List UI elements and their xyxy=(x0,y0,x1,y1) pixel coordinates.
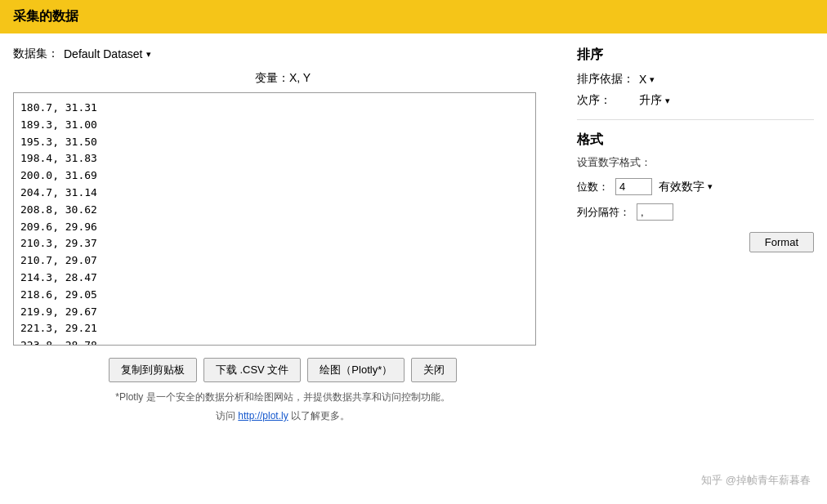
order-select[interactable]: 升序 ▾ xyxy=(639,93,670,108)
order-label: 次序： xyxy=(577,93,634,108)
download-csv-button[interactable]: 下载 .CSV 文件 xyxy=(203,358,302,382)
sort-by-select[interactable]: X ▾ xyxy=(639,73,655,86)
format-button[interactable]: Format xyxy=(749,232,814,252)
data-textarea[interactable] xyxy=(13,92,536,346)
plot-plotly-button[interactable]: 绘图（Plotly*） xyxy=(307,358,405,382)
link-row: 访问 http://plot.ly 以了解更多。 xyxy=(13,409,552,423)
right-panel: 排序 排序依据： X ▾ 次序： 升序 ▾ 格式 设置数字格式： 位数： 有效数… xyxy=(569,47,814,423)
link-suffix: 以了解更多。 xyxy=(291,410,350,421)
separator-input[interactable] xyxy=(637,203,673,221)
dataset-select[interactable]: Default Dataset ▾ xyxy=(64,47,151,60)
button-row: 复制到剪贴板 下载 .CSV 文件 绘图（Plotly*） 关闭 xyxy=(13,358,552,382)
sort-by-chevron-icon: ▾ xyxy=(650,74,655,85)
order-row: 次序： 升序 ▾ xyxy=(577,93,814,108)
sort-by-row: 排序依据： X ▾ xyxy=(577,72,814,87)
digits-input[interactable] xyxy=(615,178,652,195)
dataset-row: 数据集： Default Dataset ▾ xyxy=(13,47,552,61)
digits-type-chevron-icon: ▾ xyxy=(708,181,713,192)
link-prefix: 访问 xyxy=(216,410,238,421)
digits-label: 位数： xyxy=(577,180,609,194)
dataset-value: Default Dataset xyxy=(64,47,143,60)
watermark: 知乎 @掉帧青年薪暮春 xyxy=(701,473,811,488)
format-title: 格式 xyxy=(577,132,814,149)
plotly-link[interactable]: http://plot.ly xyxy=(238,410,288,421)
close-button[interactable]: 关闭 xyxy=(411,358,457,382)
separator-row: 列分隔符： xyxy=(577,203,814,221)
digits-type-value: 有效数字 xyxy=(659,180,704,194)
separator-label: 列分隔符： xyxy=(577,205,630,220)
sort-by-value: X xyxy=(639,73,646,86)
title-bar: 采集的数据 xyxy=(0,0,827,33)
title-text: 采集的数据 xyxy=(13,9,78,23)
main-content: 数据集： Default Dataset ▾ 变量：X, Y 复制到剪贴板 下载… xyxy=(0,33,827,436)
copy-clipboard-button[interactable]: 复制到剪贴板 xyxy=(109,358,197,382)
order-value: 升序 xyxy=(639,93,662,108)
variables-label: 变量：X, Y xyxy=(13,71,552,86)
sort-by-label: 排序依据： xyxy=(577,72,634,87)
dataset-chevron-icon: ▾ xyxy=(146,49,151,60)
section-divider xyxy=(577,119,814,120)
left-panel: 数据集： Default Dataset ▾ 变量：X, Y 复制到剪贴板 下载… xyxy=(13,47,552,423)
format-subtitle: 设置数字格式： xyxy=(577,155,814,170)
dataset-label: 数据集： xyxy=(13,47,59,61)
sort-title: 排序 xyxy=(577,47,814,64)
digits-row: 位数： 有效数字 ▾ xyxy=(577,178,814,195)
order-chevron-icon: ▾ xyxy=(665,96,670,106)
note-text: *Plotly 是一个安全的数据分析和绘图网站，并提供数据共享和访问控制功能。 xyxy=(13,390,552,404)
digits-type-select[interactable]: 有效数字 ▾ xyxy=(659,180,713,194)
